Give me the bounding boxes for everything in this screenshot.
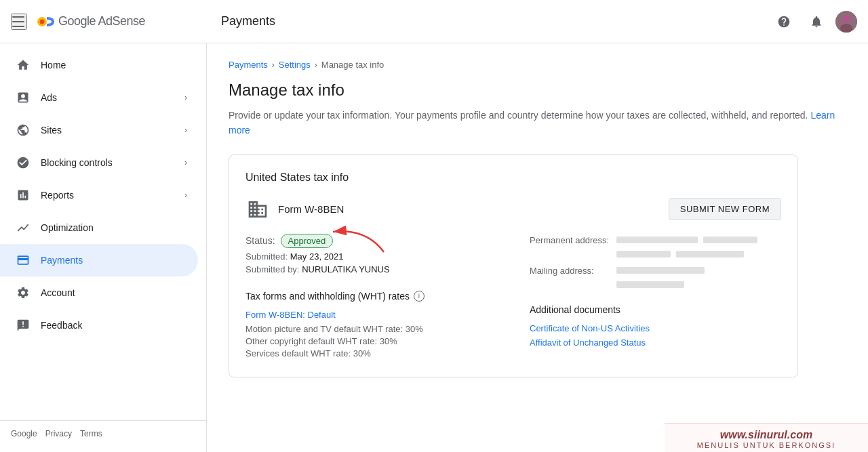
sites-icon <box>16 123 30 137</box>
sidebar: Home Ads › Sites › <box>0 43 207 452</box>
wht-info-icon[interactable]: i <box>414 291 425 302</box>
blocking-expand-icon: › <box>184 158 187 167</box>
breadcrumb-current: Manage tax info <box>321 60 384 70</box>
account-icon <box>16 286 30 300</box>
footer-terms[interactable]: Terms <box>80 429 102 438</box>
sidebar-item-home[interactable]: Home <box>0 49 198 81</box>
bank-icon <box>245 197 270 222</box>
svg-point-1 <box>40 19 45 24</box>
footer-privacy[interactable]: Privacy <box>45 429 72 438</box>
additional-docs: Additional documents Certificate of Non-… <box>530 304 781 348</box>
submitted-label: Submitted: <box>245 251 288 262</box>
wht-section-title: Tax forms and withholding (WHT) rates i <box>245 291 497 302</box>
breadcrumb-sep-1: › <box>272 60 275 70</box>
sidebar-item-feedback[interactable]: Feedback <box>0 309 198 342</box>
sidebar-item-sites-label: Sites <box>41 125 62 136</box>
breadcrumb: Payments › Settings › Manage tax info <box>229 60 846 70</box>
address-ph-1 <box>616 237 698 243</box>
footer-google: Google <box>11 429 37 438</box>
form-name: Form W-8BEN <box>278 203 660 215</box>
logo-icon <box>35 12 54 31</box>
status-badge: Approved <box>281 234 334 248</box>
sidebar-item-reports[interactable]: Reports › <box>0 179 198 211</box>
optimization-icon <box>16 221 30 234</box>
mailing-address-value <box>616 267 781 274</box>
home-icon <box>16 58 30 72</box>
page-desc-text: Provide or update your tax information. … <box>229 110 808 121</box>
sidebar-item-account[interactable]: Account <box>0 276 198 309</box>
layout: Home Ads › Sites › <box>0 43 868 452</box>
permanent-address-row: Permanent address: <box>530 235 781 245</box>
notifications-icon <box>810 15 823 28</box>
reports-expand-icon: › <box>184 190 187 200</box>
sidebar-item-optimization[interactable]: Optimization <box>0 211 198 244</box>
rate-item-1: Other copyright default WHT rate: 30% <box>245 336 497 346</box>
wht-title-text: Tax forms and withholding (WHT) rates <box>245 291 410 302</box>
submitted-by-row: Submitted by: NURULATIKA YUNUS <box>245 264 497 274</box>
address-ph-4 <box>676 251 744 258</box>
logo-text: Google AdSense <box>58 14 145 28</box>
sidebar-item-blocking-controls[interactable]: Blocking controls › <box>0 146 198 179</box>
reports-icon <box>16 188 30 202</box>
sidebar-item-sites[interactable]: Sites › <box>0 114 198 146</box>
page-description: Provide or update your tax information. … <box>229 108 846 138</box>
rate-item-0: Motion picture and TV default WHT rate: … <box>245 324 497 334</box>
ads-expand-icon: › <box>184 93 187 102</box>
tax-form-header: Form W-8BEN SUBMIT NEW FORM <box>245 197 781 222</box>
tax-left: Status: Approved <box>245 235 497 361</box>
main-content: Payments › Settings › Manage tax info Ma… <box>207 43 868 452</box>
doc-link-0[interactable]: Certificate of Non-US Activities <box>530 323 781 333</box>
topbar-title: Payments <box>208 14 770 28</box>
wht-section: Tax forms and withholding (WHT) rates i … <box>245 291 497 358</box>
submitted-row: Submitted: May 23, 2021 <box>245 251 497 262</box>
tax-card-title: United States tax info <box>245 171 781 184</box>
sidebar-item-payments[interactable]: Payments <box>0 244 198 276</box>
topbar-right <box>770 8 857 35</box>
permanent-address-line2 <box>616 251 781 258</box>
doc-link-1[interactable]: Affidavit of Unchanged Status <box>530 337 781 348</box>
sidebar-item-feedback-label: Feedback <box>41 320 82 331</box>
tax-right: Permanent address: Mailing addre <box>530 235 781 361</box>
sidebar-item-ads-label: Ads <box>41 92 57 103</box>
sidebar-item-blocking-label: Blocking controls <box>41 157 113 168</box>
logo: Google AdSense <box>35 12 145 31</box>
payments-icon <box>16 253 30 267</box>
help-button[interactable] <box>770 8 797 35</box>
sidebar-item-reports-label: Reports <box>41 190 74 201</box>
submitted-by-label: Submitted by: <box>245 264 300 274</box>
menu-button[interactable] <box>11 14 27 30</box>
arrow-container: Approved <box>281 235 334 246</box>
breadcrumb-settings[interactable]: Settings <box>279 60 311 70</box>
mailing-address-line2 <box>616 281 781 288</box>
mailing-address-label: Mailing address: <box>530 266 611 276</box>
permanent-address-label: Permanent address: <box>530 235 611 245</box>
sidebar-item-ads[interactable]: Ads › <box>0 81 198 114</box>
mailing-ph-2 <box>616 281 684 288</box>
additional-docs-title: Additional documents <box>530 304 781 315</box>
blocking-icon <box>16 156 30 169</box>
submit-new-form-button[interactable]: SUBMIT NEW FORM <box>669 198 781 220</box>
topbar: Google AdSense Payments <box>0 0 868 43</box>
mailing-address-row: Mailing address: <box>530 266 781 276</box>
mailing-ph-1 <box>616 267 705 274</box>
tax-details: Status: Approved <box>245 235 781 361</box>
notifications-button[interactable] <box>803 8 830 35</box>
avatar[interactable] <box>835 11 857 33</box>
sidebar-item-account-label: Account <box>41 287 75 298</box>
svg-point-3 <box>843 16 850 22</box>
ads-icon <box>16 91 30 104</box>
status-label: Status: <box>245 235 275 246</box>
red-arrow <box>326 222 387 255</box>
form-w8ben-link[interactable]: Form W-8BEN: Default <box>245 310 497 320</box>
sidebar-item-payments-label: Payments <box>41 255 83 266</box>
breadcrumb-payments[interactable]: Payments <box>229 60 268 70</box>
sites-expand-icon: › <box>184 125 187 135</box>
help-icon <box>777 15 791 28</box>
address-ph-3 <box>616 251 671 258</box>
avatar-image <box>835 11 857 33</box>
address-ph-2 <box>703 237 757 243</box>
topbar-left: Google AdSense <box>11 12 208 31</box>
feedback-icon <box>16 319 30 332</box>
sidebar-item-home-label: Home <box>41 60 66 70</box>
address-line2-items <box>616 251 781 258</box>
